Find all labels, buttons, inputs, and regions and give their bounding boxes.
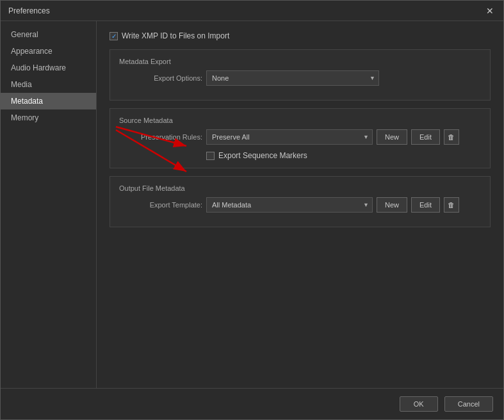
export-sequence-label: Export Sequence Markers (218, 151, 307, 160)
source-new-button[interactable]: New (377, 129, 407, 145)
output-new-button[interactable]: New (377, 197, 407, 213)
sidebar-item-audio-hardware[interactable]: Audio Hardware (1, 60, 96, 76)
xmp-row: Write XMP ID to Files on Import (110, 31, 491, 40)
output-file-metadata-section: Output File Metadata Export Template: Al… (110, 176, 491, 227)
export-sequence-row: Export Sequence Markers (206, 151, 481, 160)
preferences-dialog: Preferences ✕ General Appearance Audio H… (0, 0, 504, 420)
ok-button[interactable]: OK (400, 396, 438, 412)
export-options-select[interactable]: None Write to XMP Create Sidecar File (206, 70, 379, 86)
sidebar-item-general[interactable]: General (1, 26, 96, 43)
trash-icon-output: 🗑 (448, 201, 455, 209)
dialog-title: Preferences (8, 6, 50, 15)
trash-icon: 🗑 (448, 133, 455, 141)
metadata-export-title: Metadata Export (119, 58, 481, 65)
xmp-checkbox[interactable] (110, 32, 118, 40)
output-file-metadata-title: Output File Metadata (119, 184, 481, 192)
preservation-rules-select[interactable]: Preserve All None (206, 129, 373, 145)
source-metadata-title: Source Metadata (119, 117, 481, 124)
sidebar-item-metadata[interactable]: Metadata (1, 93, 96, 109)
content-area: General Appearance Audio Hardware Media … (1, 21, 503, 388)
metadata-export-section: Metadata Export Export Options: None Wri… (110, 49, 491, 101)
preservation-rules-label: Preservation Rules: (119, 133, 202, 141)
main-panel: Write XMP ID to Files on Import Metadata… (97, 21, 503, 388)
export-options-wrapper: None Write to XMP Create Sidecar File ▼ (206, 70, 379, 86)
preservation-rules-row: Preservation Rules: Preserve All None ▼ … (119, 129, 481, 145)
source-edit-button[interactable]: Edit (411, 129, 440, 145)
close-button[interactable]: ✕ (484, 5, 496, 17)
export-template-label: Export Template: (119, 201, 202, 209)
sidebar-item-media[interactable]: Media (1, 76, 96, 93)
source-metadata-section: Source Metadata Preservation Rules: Pres… (110, 108, 491, 168)
export-sequence-checkbox[interactable] (206, 152, 215, 160)
export-template-row: Export Template: All Metadata None ▼ New… (119, 197, 481, 213)
sidebar-item-appearance[interactable]: Appearance (1, 43, 96, 60)
cancel-button[interactable]: Cancel (444, 396, 493, 412)
export-template-wrapper: All Metadata None ▼ (206, 197, 373, 213)
export-options-label: Export Options: (119, 74, 202, 82)
preservation-rules-wrapper: Preserve All None ▼ (206, 129, 373, 145)
dialog-footer: OK Cancel (1, 388, 503, 419)
sidebar-item-memory[interactable]: Memory (1, 109, 96, 126)
sidebar: General Appearance Audio Hardware Media … (1, 21, 97, 388)
export-template-select[interactable]: All Metadata None (206, 197, 373, 213)
source-delete-button[interactable]: 🗑 (444, 129, 459, 145)
xmp-label: Write XMP ID to Files on Import (122, 31, 229, 40)
title-bar: Preferences ✕ (1, 1, 503, 21)
export-options-row: Export Options: None Write to XMP Create… (119, 70, 481, 86)
output-delete-button[interactable]: 🗑 (444, 197, 459, 213)
output-edit-button[interactable]: Edit (411, 197, 440, 213)
